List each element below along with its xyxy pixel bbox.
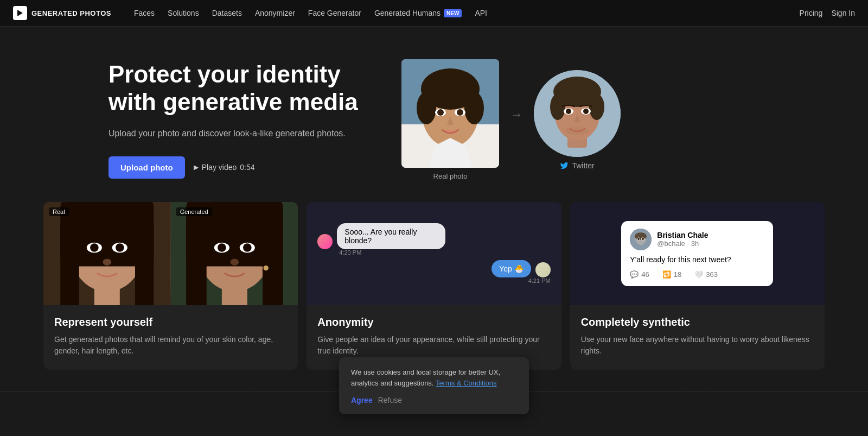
svg-point-34 — [116, 243, 124, 252]
play-icon: ▶ — [194, 163, 199, 171]
svg-point-12 — [457, 109, 463, 116]
svg-point-54 — [637, 238, 640, 240]
nav-link-anonymizer[interactable]: Anonymizer — [250, 5, 301, 21]
svg-rect-49 — [222, 283, 247, 305]
nav-right: Pricing Sign In — [800, 9, 855, 17]
hero-actions: Upload photo ▶ Play video 0:54 — [108, 156, 380, 179]
chat-bubble-1: Sooo... Are you really blonde? — [337, 223, 445, 249]
generated-photo-image — [534, 70, 621, 157]
synthetic-card-image: Bristian Chale @bchale · 3h Y'all ready … — [570, 202, 825, 305]
tweet-avatar — [630, 229, 652, 250]
nav-link-datasets[interactable]: Datasets — [207, 5, 247, 21]
tweet-comments: 💬 46 — [630, 270, 649, 279]
svg-point-48 — [230, 258, 239, 266]
nav-link-api[interactable]: API — [469, 5, 493, 21]
svg-marker-0 — [17, 10, 23, 16]
cookie-banner: We use cookies and local storage for bet… — [339, 357, 529, 414]
hero-left: Protect your identity with generative me… — [108, 61, 380, 178]
pricing-link[interactable]: Pricing — [800, 9, 823, 17]
generated-face-svg — [534, 70, 621, 157]
svg-rect-29 — [135, 224, 154, 305]
real-photo-block: Real photo — [401, 59, 499, 180]
real-face-svg — [401, 59, 499, 168]
retweet-icon: 🔁 — [662, 270, 671, 279]
svg-point-8 — [464, 92, 484, 124]
svg-point-21 — [566, 109, 571, 114]
nav-link-solutions[interactable]: Solutions — [162, 5, 205, 21]
represent-card-text: Get generated photos that will remind yo… — [54, 334, 287, 357]
anonymity-card-text: Give people an idea of your appearance, … — [317, 334, 550, 357]
represent-card-content: Represent yourself Get generated photos … — [43, 305, 298, 370]
svg-rect-28 — [60, 224, 79, 305]
card-face-gen — [171, 202, 298, 305]
svg-rect-41 — [263, 219, 283, 305]
play-video-button[interactable]: ▶ Play video 0:54 — [194, 163, 255, 172]
chat-avatar-2 — [535, 262, 551, 277]
like-count: 363 — [706, 270, 718, 279]
tweet-author: Bristian Chale @bchale · 3h — [657, 231, 708, 248]
svg-point-56 — [642, 238, 644, 240]
cookie-agree-button[interactable]: Agree — [351, 396, 373, 405]
svg-point-35 — [103, 258, 112, 266]
comment-count: 46 — [641, 270, 649, 279]
signin-link[interactable]: Sign In — [831, 9, 855, 17]
chat-avatar-1 — [317, 234, 333, 249]
svg-point-10 — [437, 109, 444, 116]
twitter-icon — [560, 161, 569, 170]
upload-photo-button[interactable]: Upload photo — [108, 156, 185, 179]
tweet-likes: 🤍 363 — [694, 270, 718, 279]
nav-link-faces[interactable]: Faces — [129, 5, 160, 21]
chat-row-1: Sooo... Are you really blonde? — [317, 223, 550, 249]
tweet-box: Bristian Chale @bchale · 3h Y'all ready … — [621, 221, 773, 287]
svg-point-7 — [417, 92, 436, 124]
real-photo-label: Real photo — [401, 172, 499, 180]
represent-card: Real — [43, 202, 298, 370]
new-badge: New — [444, 9, 462, 17]
tweet-retweets: 🔁 18 — [662, 270, 681, 279]
comment-icon: 💬 — [630, 270, 639, 279]
chat-bubble-2: Yep 🐣 — [492, 260, 531, 277]
anonymity-card-title: Anonymity — [317, 316, 550, 328]
nav-link-generated-humans[interactable]: Generated Humans New — [369, 5, 468, 21]
nav-link-face-generator[interactable]: Face Generator — [303, 5, 367, 21]
like-icon: 🤍 — [694, 270, 703, 279]
generated-label: Generated — [176, 207, 212, 216]
tweet-handle: @bchale · 3h — [657, 239, 708, 248]
svg-point-52 — [635, 232, 647, 240]
play-duration: 0:54 — [240, 163, 254, 172]
generated-photo-block: Twitter — [534, 70, 621, 170]
svg-point-47 — [263, 266, 268, 270]
real-label: Real — [49, 207, 69, 216]
generated-face-half: Generated — [171, 202, 298, 305]
cookie-refuse-button[interactable]: Refuse — [378, 396, 402, 405]
svg-point-44 — [218, 243, 226, 252]
svg-rect-36 — [94, 283, 120, 305]
svg-point-24 — [565, 127, 589, 135]
anonymity-card: Sooo... Are you really blonde? 4:20 PM Y… — [307, 202, 561, 370]
cookie-text: We use cookies and local storage for bet… — [351, 367, 517, 388]
svg-point-32 — [90, 243, 99, 252]
synthetic-card-text: Use your new face anywhere without havin… — [581, 334, 814, 357]
card-face-real — [43, 202, 171, 305]
chat-row-2: Yep 🐣 — [317, 260, 550, 277]
synthetic-card-content: Completely synthetic Use your new face a… — [570, 305, 825, 370]
brand-logo[interactable]: GENERATED PHOTOS — [13, 6, 111, 20]
hero-right: Real photo → — [401, 59, 621, 180]
synthetic-card-title: Completely synthetic — [581, 316, 814, 328]
twitter-label: Twitter — [534, 161, 621, 170]
navbar: GENERATED PHOTOS Faces Solutions Dataset… — [0, 0, 868, 27]
hero-subtitle: Upload your photo and discover look-a-li… — [108, 127, 380, 140]
nav-links: Faces Solutions Datasets Anonymizer Face… — [129, 5, 800, 21]
tweet-header: Bristian Chale @bchale · 3h — [630, 229, 764, 250]
logo-icon — [13, 6, 27, 20]
brand-name: GENERATED PHOTOS — [31, 9, 111, 17]
real-photo-image — [401, 59, 499, 168]
represent-card-title: Represent yourself — [54, 316, 287, 328]
cookie-actions: Agree Refuse — [351, 396, 517, 405]
svg-rect-40 — [186, 219, 207, 305]
anonymity-card-image: Sooo... Are you really blonde? 4:20 PM Y… — [307, 202, 561, 305]
chat-time-1: 4:20 PM — [339, 249, 550, 256]
arrow-separator: → — [510, 107, 523, 122]
tweet-avatar-face — [630, 229, 652, 250]
cookie-terms-link[interactable]: Terms & Conditions — [436, 379, 497, 387]
